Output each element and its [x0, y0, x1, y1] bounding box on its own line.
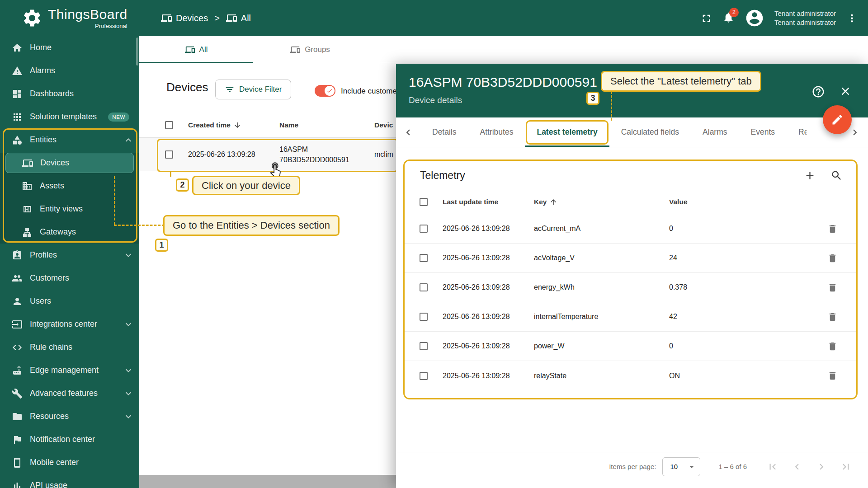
tabs-scroll-left[interactable]: [396, 117, 420, 147]
delete-icon[interactable]: [827, 253, 838, 263]
tab-all[interactable]: All: [139, 36, 253, 63]
user-name: Tenant administrator: [774, 9, 836, 18]
assets-icon: [22, 181, 33, 192]
sidebar-item-home[interactable]: Home: [0, 36, 139, 59]
row-checkbox[interactable]: [420, 342, 428, 350]
delete-icon[interactable]: [827, 312, 838, 322]
select-all-checkbox[interactable]: [420, 198, 428, 206]
sidebar-item-dashboards[interactable]: Dashboards: [0, 82, 139, 105]
chevron-down-icon: [123, 319, 134, 330]
kebab-menu-icon[interactable]: [846, 12, 858, 24]
delete-icon[interactable]: [827, 371, 838, 381]
delete-icon[interactable]: [827, 341, 838, 352]
telemetry-row[interactable]: 2025-06-26 13:09:28 relayState ON: [405, 361, 856, 390]
sidebar-item-entities[interactable]: Entities: [0, 128, 139, 151]
sidebar-item-api-usage[interactable]: API usage: [0, 474, 139, 488]
next-page-icon[interactable]: [816, 461, 827, 473]
help-icon[interactable]: [811, 85, 825, 99]
app-logo[interactable]: ThingsBoard Professional: [22, 0, 127, 36]
edit-fab-button[interactable]: [823, 105, 852, 134]
include-customers-toggle[interactable]: [315, 85, 335, 97]
fullscreen-icon[interactable]: [700, 12, 712, 24]
avatar[interactable]: [745, 8, 764, 28]
tab-relations-clipped[interactable]: Re: [787, 117, 807, 147]
sidebar-item-rule-chains[interactable]: Rule chains: [0, 336, 139, 359]
row-checkbox[interactable]: [420, 313, 428, 321]
pagination-bar: Items per page: 10 1 – 6 of 6: [396, 452, 868, 481]
last-page-icon[interactable]: [840, 461, 852, 473]
tools-icon: [12, 388, 23, 399]
breadcrumb-devices-label: Devices: [176, 13, 208, 23]
device-created-time: 2025-06-26 13:09:28: [184, 150, 276, 159]
tab-events[interactable]: Events: [739, 117, 787, 147]
step2-tooltip: Click on your device: [192, 176, 300, 195]
telemetry-row[interactable]: 2025-06-26 13:09:28 acCurrent_mA 0: [405, 214, 856, 244]
sidebar-item-resources[interactable]: Resources: [0, 405, 139, 428]
chevron-down-icon: [123, 250, 134, 261]
breadcrumb-all[interactable]: All: [226, 13, 251, 23]
sidebar-scrollbar[interactable]: [136, 38, 138, 66]
sidebar: Home Alarms Dashboards Solution template…: [0, 36, 139, 488]
step1-dashed-line-vertical: [114, 176, 115, 225]
sidebar-item-assets[interactable]: Assets: [0, 174, 139, 197]
pagination-range: 1 – 6 of 6: [718, 463, 747, 470]
sidebar-item-customers[interactable]: Customers: [0, 267, 139, 290]
add-telemetry-icon[interactable]: [804, 169, 816, 182]
column-last-update-time[interactable]: Last update time: [436, 198, 527, 206]
chevron-up-icon: [123, 135, 134, 145]
search-icon[interactable]: [830, 169, 843, 182]
items-per-page-select[interactable]: 10: [662, 457, 700, 476]
close-icon[interactable]: [839, 85, 852, 98]
sidebar-item-mobile-center[interactable]: Mobile center: [0, 451, 139, 474]
delete-icon[interactable]: [827, 282, 838, 293]
row-checkbox[interactable]: [165, 150, 173, 159]
sidebar-item-gateways[interactable]: Gateways: [0, 221, 139, 244]
telemetry-row[interactable]: 2025-06-26 13:09:28 internalTemperature …: [405, 302, 856, 332]
select-all-checkbox[interactable]: [165, 121, 173, 129]
dashboard-icon: [12, 89, 23, 99]
new-badge: NEW: [108, 113, 129, 122]
notifications-badge: 2: [729, 8, 739, 17]
sidebar-item-alarms[interactable]: Alarms: [0, 59, 139, 82]
sidebar-item-notification-center[interactable]: Notification center: [0, 428, 139, 451]
entity-tabs: All Groups: [139, 36, 868, 63]
column-key[interactable]: Key: [527, 198, 662, 206]
telemetry-row[interactable]: 2025-06-26 13:09:28 power_W 0: [405, 332, 856, 361]
sidebar-item-integrations-center[interactable]: Integrations center: [0, 313, 139, 336]
device-filter-button[interactable]: Device Filter: [215, 80, 291, 99]
column-value[interactable]: Value: [662, 198, 809, 206]
breadcrumb: Devices > All: [161, 0, 251, 36]
sidebar-item-users[interactable]: Users: [0, 290, 139, 313]
sidebar-item-edge-management[interactable]: Edge management: [0, 359, 139, 382]
sidebar-item-advanced-features[interactable]: Advanced features: [0, 382, 139, 405]
step3-badge: 3: [586, 92, 599, 105]
row-checkbox[interactable]: [420, 283, 428, 291]
previous-page-icon[interactable]: [791, 461, 803, 473]
tab-latest-telemetry[interactable]: Latest telemetry: [525, 117, 609, 147]
step3-dashed-line: [611, 91, 612, 121]
tab-groups[interactable]: Groups: [253, 36, 367, 63]
user-info: Tenant administrator Tenant administrato…: [774, 9, 836, 27]
column-name[interactable]: Name: [276, 121, 371, 129]
tab-attributes[interactable]: Attributes: [468, 117, 525, 147]
tab-alarms[interactable]: Alarms: [691, 117, 739, 147]
row-checkbox[interactable]: [420, 225, 428, 233]
delete-icon[interactable]: [827, 224, 838, 234]
sidebar-item-solution-templates[interactable]: Solution templates NEW: [0, 105, 139, 128]
notifications-button[interactable]: 2: [722, 11, 735, 25]
tab-details[interactable]: Details: [420, 117, 468, 147]
column-created-time[interactable]: Created time: [184, 121, 276, 129]
telemetry-row[interactable]: 2025-06-26 13:09:28 acVoltage_V 24: [405, 244, 856, 273]
sidebar-item-entity-views[interactable]: Entity views: [0, 197, 139, 221]
chevron-left-icon: [402, 127, 414, 138]
sidebar-item-profiles[interactable]: Profiles: [0, 244, 139, 267]
first-page-icon[interactable]: [767, 461, 778, 473]
telemetry-row[interactable]: 2025-06-26 13:09:28 energy_kWh 0.378: [405, 273, 856, 302]
row-checkbox[interactable]: [420, 372, 428, 380]
row-checkbox[interactable]: [420, 254, 428, 262]
tab-calculated-fields[interactable]: Calculated fields: [609, 117, 691, 147]
rule-chains-icon: [12, 342, 23, 353]
integrations-icon: [12, 319, 23, 330]
sidebar-item-devices[interactable]: Devices: [5, 153, 134, 173]
breadcrumb-devices[interactable]: Devices: [161, 13, 208, 23]
